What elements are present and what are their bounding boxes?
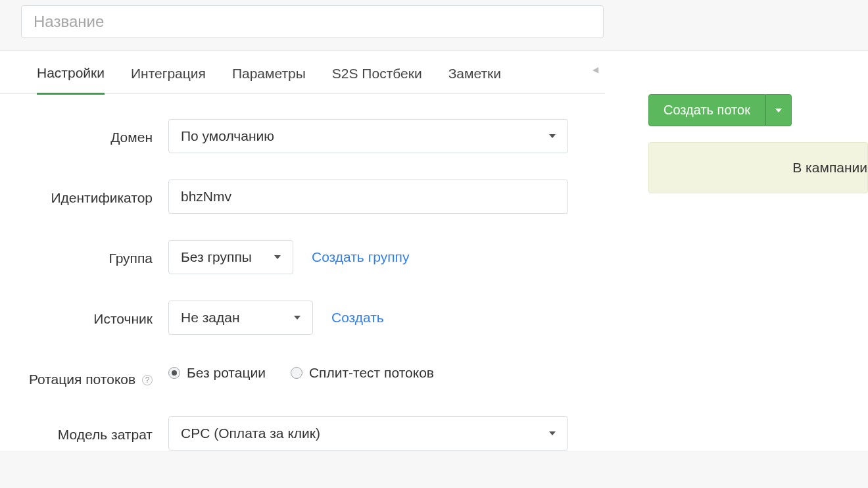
create-source-link[interactable]: Создать (331, 310, 384, 326)
tabs-scroll-right-icon[interactable]: ◀ (592, 65, 598, 74)
rotation-radio-split[interactable]: Сплит-тест потоков (291, 365, 434, 381)
radio-icon (168, 367, 180, 379)
tab-s2s-postbacks[interactable]: S2S Постбеки (332, 51, 422, 93)
cost-model-value: CPC (Оплата за клик) (181, 426, 320, 441)
create-flow-dropdown-toggle[interactable] (765, 94, 792, 126)
domain-label: Домен (0, 119, 168, 148)
domain-select-value: По умолчанию (181, 128, 274, 144)
identifier-value: bhzNmv (181, 189, 231, 205)
campaign-name-input[interactable] (21, 5, 604, 38)
chevron-down-icon (549, 134, 556, 138)
radio-icon (291, 367, 302, 379)
tab-parameters[interactable]: Параметры (232, 51, 306, 93)
tab-notes[interactable]: Заметки (448, 51, 501, 93)
source-label: Источник (0, 301, 168, 329)
tabs-bar: Настройки Интеграция Параметры S2S Постб… (0, 51, 605, 94)
help-icon[interactable]: ? (142, 375, 153, 385)
tab-integration[interactable]: Интеграция (131, 51, 206, 93)
create-flow-button-group: Создать поток (648, 94, 868, 126)
chevron-down-icon (274, 255, 281, 259)
cost-model-label: Модель затрат (0, 416, 168, 445)
domain-select[interactable]: По умолчанию (168, 119, 568, 153)
cost-model-select[interactable]: CPC (Оплата за клик) (168, 416, 568, 451)
source-select-value: Не задан (181, 310, 240, 326)
chevron-down-icon (294, 316, 301, 320)
rotation-label: Ротация потоков ? (0, 361, 168, 390)
tab-settings[interactable]: Настройки (37, 51, 105, 95)
chevron-down-icon (549, 431, 556, 435)
rotation-radio-none[interactable]: Без ротации (168, 365, 266, 381)
chevron-down-icon (775, 109, 782, 112)
campaign-notice: В кампании (648, 142, 868, 193)
group-select[interactable]: Без группы (168, 240, 293, 274)
group-label: Группа (0, 240, 168, 269)
rotation-radio-none-label: Без ротации (187, 365, 266, 381)
identifier-input[interactable]: bhzNmv (168, 180, 568, 214)
campaign-notice-text: В кампании (700, 160, 867, 175)
identifier-label: Идентификатор (0, 180, 168, 208)
rotation-radio-split-label: Сплит-тест потоков (309, 365, 434, 381)
source-select[interactable]: Не задан (168, 301, 313, 335)
create-flow-button[interactable]: Создать поток (648, 94, 765, 126)
group-select-value: Без группы (181, 249, 252, 265)
create-group-link[interactable]: Создать группу (312, 249, 410, 265)
